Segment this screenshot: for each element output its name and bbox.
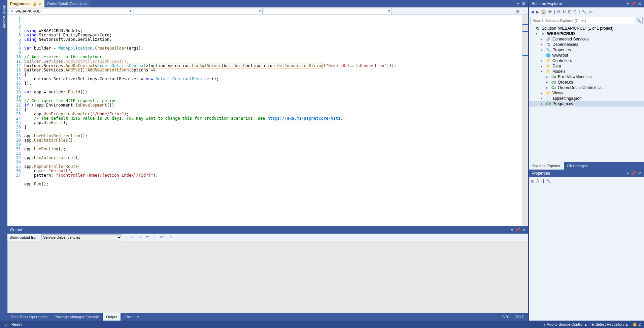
code-line[interactable] — [24, 143, 522, 147]
properties-icon[interactable]: 🔧 — [582, 9, 587, 14]
expander-icon[interactable]: ▸ — [541, 97, 544, 100]
categorized-icon[interactable]: ⊞ — [531, 179, 534, 183]
expander-icon[interactable]: ▸ — [541, 102, 544, 106]
wrench-icon[interactable]: 🔧 — [546, 179, 551, 183]
type-dropdown[interactable]: ▾ — [135, 8, 263, 14]
forward-icon[interactable]: ▶ — [536, 9, 539, 14]
dropdown-icon[interactable]: ▾ — [627, 1, 629, 6]
expander-icon[interactable]: ▸ — [546, 86, 550, 89]
expander-icon[interactable]: ▾ — [541, 70, 544, 73]
expander-icon[interactable]: ▾ — [536, 32, 539, 35]
code-editor[interactable]: 1234567891011121314151617181920212223242… — [7, 15, 528, 226]
vertical-scrollbar[interactable] — [522, 15, 528, 226]
add-to-source-control[interactable]: ↑ Add to Source Control ▴ — [544, 322, 587, 327]
panel-tab[interactable]: Solution Explorer — [529, 162, 564, 170]
code-line[interactable] — [24, 129, 522, 134]
home-icon[interactable]: 🏠 — [541, 9, 546, 14]
solution-explorer-search[interactable]: 🔍 — [530, 17, 643, 24]
code-line[interactable]: var builder = WebApplication.CreateBuild… — [24, 46, 522, 51]
tool-tab[interactable]: Output — [103, 313, 121, 321]
dropdown-icon[interactable]: ▾ — [627, 171, 629, 176]
code-line[interactable] — [24, 160, 522, 165]
preview-icon[interactable]: ▭ — [589, 9, 592, 14]
clear-icon[interactable]: ≡ — [130, 235, 135, 239]
project-dropdown[interactable]: ⛭ WEBAPICRUD ▾ — [9, 8, 133, 14]
output-source-dropdown[interactable]: Service Dependencies — [41, 234, 122, 240]
code-line[interactable]: using Newtonsoft.Json.Serialization; — [24, 37, 522, 42]
expander-icon[interactable]: ▸ — [541, 64, 544, 68]
code-line[interactable]: app.UseHttpsRedirection(); — [24, 134, 522, 138]
tree-item[interactable]: ▾⛭WEBAPICRUD — [529, 31, 644, 36]
close-icon[interactable]: ✕ — [638, 1, 641, 6]
code-line[interactable] — [24, 186, 522, 191]
tree-item[interactable]: ▸📁Data — [529, 63, 644, 69]
tree-item[interactable]: ▸C#Program.cs — [529, 101, 644, 107]
code-line[interactable]: app.UseHsts(); — [24, 121, 522, 125]
code-line[interactable]: if (!app.Environment.IsDevelopment()) — [24, 103, 522, 108]
expander-icon[interactable]: ▸ — [541, 59, 544, 62]
pin-icon[interactable]: 📌 — [631, 171, 636, 176]
code-line[interactable]: app.UseAuthorization(); — [24, 156, 522, 160]
code-line[interactable] — [24, 178, 522, 182]
expander-icon[interactable]: ▸ — [546, 75, 550, 79]
tab-program-cs[interactable]: Program.cs 🔒 ✕ — [7, 0, 44, 7]
pin-icon[interactable]: 📌 — [515, 228, 520, 232]
toggle-icon[interactable]: ⇄ — [145, 235, 150, 239]
add-pane-icon[interactable]: + — [521, 9, 527, 13]
tree-item[interactable]: ▸C#Order.cs — [529, 80, 644, 85]
code-surface[interactable]: using WEBAPICRUD.Models;using Microsoft.… — [24, 15, 522, 226]
alphabetical-icon[interactable]: A↓ — [536, 179, 541, 183]
tree-item[interactable]: ▸⇅Dependencies — [529, 42, 644, 47]
pending-changes-icon[interactable]: ⟳ — [557, 9, 561, 14]
code-line[interactable]: builder.Services.AddMvc().AddNewtonsoftJ… — [24, 68, 522, 72]
notifications-button[interactable]: 🔔 2 — [633, 322, 641, 327]
tool-tab[interactable]: Data Tools Operations — [7, 313, 51, 321]
tree-item[interactable]: ▸C#ErrorViewModel.cs — [529, 74, 644, 80]
expander-icon[interactable]: ▸ — [541, 37, 544, 41]
pin-icon[interactable]: 📌 — [631, 1, 636, 6]
tree-item[interactable]: ⧉Solution 'WEBAPICRUD' (1 of 1 project) — [529, 26, 644, 31]
tree-item[interactable]: 🌐wwwroot — [529, 53, 644, 58]
output-body[interactable] — [7, 241, 528, 313]
expander-icon[interactable]: ▸ — [541, 91, 544, 95]
code-line[interactable]: app.Run(); — [24, 182, 522, 186]
sql-server-object-explorer-rail[interactable]: SQL Server Object Explorer — [0, 3, 2, 321]
indentation-mode[interactable]: SPC — [502, 315, 510, 319]
gear-icon[interactable]: ⚙ — [522, 1, 526, 6]
line-ending-mode[interactable]: CRLF — [514, 315, 524, 319]
collapse-icon[interactable]: ⊟ — [568, 9, 571, 14]
panel-tab[interactable]: Git Changes — [564, 162, 591, 170]
tab-ordersdetailscontext-cs[interactable]: OrdersDetailsContext.cs — [44, 0, 90, 7]
code-line[interactable]: app.UseStaticFiles(); — [24, 138, 522, 143]
tree-item[interactable]: ▸C#OrdersDetailsContext.cs — [529, 85, 644, 90]
member-dropdown[interactable]: ▾ — [264, 8, 392, 14]
code-line[interactable] — [24, 86, 522, 90]
code-line[interactable]: app.UseRouting(); — [24, 147, 522, 151]
close-icon[interactable]: ✕ — [638, 171, 641, 176]
tool-tab[interactable]: Error List ... — [121, 313, 147, 321]
switch-views-icon[interactable]: 👁 — [548, 9, 552, 14]
tree-item[interactable]: ▸📄appsettings.json — [529, 96, 644, 101]
tool-tab[interactable]: Package Manager Console — [51, 313, 103, 321]
clear-all-icon[interactable]: ✕≡ — [158, 235, 166, 239]
wrap-icon[interactable]: ⇥ — [137, 235, 143, 239]
tab-dropdown-icon[interactable]: ▾ — [517, 1, 519, 6]
code-line[interactable]: // The default HSTS value is 30 days. Yo… — [24, 116, 522, 121]
tree-item[interactable]: ▸🔧Properties — [529, 47, 644, 53]
back-icon[interactable]: ◀ — [531, 9, 534, 14]
solution-tree[interactable]: ⧉Solution 'WEBAPICRUD' (1 of 1 project)▾… — [529, 25, 644, 162]
split-view-icon[interactable]: ⊞ — [515, 9, 520, 13]
code-line[interactable]: var app = builder.Build(); — [24, 90, 522, 94]
code-line[interactable]: }); — [24, 81, 522, 86]
tree-item[interactable]: ▾📁Models — [529, 69, 644, 74]
search-icon[interactable]: 🔍 — [635, 17, 642, 24]
expander-icon[interactable]: ▸ — [541, 48, 544, 52]
tree-item[interactable]: ▸🔗Connected Services — [529, 36, 644, 42]
code-line[interactable]: options.SerializerSettings.ContractResol… — [24, 77, 522, 81]
close-icon[interactable]: ✕ — [39, 2, 42, 6]
code-line[interactable]: pattern: "{controller=Home}/{action=Inde… — [24, 173, 522, 178]
code-line[interactable] — [24, 151, 522, 156]
code-line[interactable]: app.MapControllerRoute( — [24, 165, 522, 169]
show-all-icon[interactable]: ⊞ — [573, 9, 577, 14]
settings-icon[interactable]: ⚙ — [168, 235, 174, 239]
